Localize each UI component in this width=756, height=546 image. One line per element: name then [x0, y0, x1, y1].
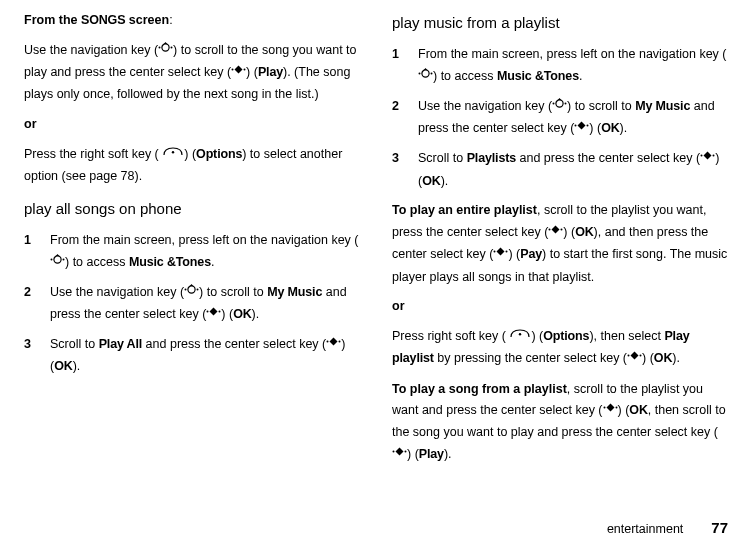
play-label: Play	[258, 65, 283, 79]
intro-text: From the SONGS screen	[24, 13, 169, 27]
ok-label: OK	[233, 307, 251, 321]
step-body: Scroll to Playlists and press the center…	[418, 148, 732, 192]
center-select-key-icon	[231, 61, 246, 83]
svg-point-22	[422, 70, 429, 77]
svg-point-7	[172, 151, 174, 153]
svg-point-47	[615, 407, 617, 409]
step-1: 1 From the main screen, press left on th…	[392, 44, 732, 88]
svg-point-46	[603, 407, 605, 409]
text: ).	[252, 307, 260, 321]
step-body: Scroll to Play All and press the center …	[50, 334, 364, 378]
text: ).	[73, 359, 81, 373]
text: ) (	[407, 448, 419, 462]
text: .	[211, 255, 214, 269]
section-heading-playlist: play music from a playlist	[392, 10, 732, 36]
intro-line: From the SONGS screen:	[24, 10, 364, 32]
svg-point-10	[63, 258, 65, 260]
center-select-key-icon	[206, 303, 221, 325]
ok-label: OK	[54, 359, 72, 373]
svg-point-37	[561, 229, 563, 231]
svg-point-43	[628, 355, 630, 357]
svg-point-50	[405, 451, 407, 453]
text: From the main screen, press left on the …	[50, 233, 358, 247]
svg-point-24	[431, 73, 433, 75]
step-number: 3	[24, 334, 38, 378]
nav-key-icon	[50, 251, 65, 273]
svg-point-44	[640, 355, 642, 357]
svg-marker-29	[558, 98, 561, 100]
text: ) to access	[433, 69, 497, 83]
svg-point-31	[587, 125, 589, 127]
step-3: 3 Scroll to Playlists and press the cent…	[392, 148, 732, 192]
para-use-nav: Use the navigation key () to scroll to t…	[24, 40, 364, 106]
or-separator: or	[24, 114, 364, 136]
page-number: 77	[711, 519, 728, 536]
section-heading-play-all: play all songs on phone	[24, 196, 364, 222]
svg-point-0	[162, 44, 169, 51]
svg-point-30	[575, 125, 577, 127]
nav-key-icon	[184, 281, 199, 303]
ok-label: OK	[601, 122, 619, 136]
text: .	[579, 69, 582, 83]
svg-point-19	[327, 341, 329, 343]
text: ).	[441, 174, 449, 188]
text: ) (	[508, 248, 520, 262]
step-number: 2	[392, 96, 406, 140]
soft-key-icon	[162, 143, 184, 165]
text: ) (	[221, 307, 233, 321]
svg-marker-3	[164, 42, 167, 44]
svg-marker-35	[704, 152, 712, 160]
page-footer: entertainment 77	[24, 515, 732, 536]
bold-lead: To play an entire playlist	[392, 203, 537, 217]
svg-point-49	[393, 451, 395, 453]
svg-point-1	[159, 46, 161, 48]
svg-point-39	[494, 251, 496, 253]
text: ) to access	[65, 255, 129, 269]
center-select-key-icon	[548, 221, 563, 243]
text: Press right soft key (	[392, 330, 509, 344]
para-right-softkey: Press right soft key ( ) (Options), then…	[392, 326, 732, 370]
two-columns: From the SONGS screen: Use the navigatio…	[24, 10, 732, 515]
svg-point-28	[565, 103, 567, 105]
step-number: 1	[24, 230, 38, 274]
footer-section-label: entertainment	[607, 522, 683, 536]
my-music-label: My Music	[267, 285, 322, 299]
text: and press the center select key (	[516, 152, 700, 166]
ok-label: OK	[654, 352, 672, 366]
step-body: From the main screen, press left on the …	[50, 230, 364, 274]
svg-marker-21	[330, 338, 338, 346]
step-body: Use the navigation key () to scroll to M…	[50, 282, 364, 326]
para-right-softkey: Press the right soft key ( ) (Options) t…	[24, 144, 364, 188]
svg-point-12	[188, 286, 195, 293]
text: ).	[672, 352, 680, 366]
step-2: 2 Use the navigation key () to scroll to…	[24, 282, 364, 326]
playlists-label: Playlists	[467, 152, 516, 166]
soft-key-icon	[509, 325, 531, 347]
svg-marker-15	[190, 284, 193, 286]
right-column: play music from a playlist 1 From the ma…	[392, 10, 732, 515]
ok-label: OK	[575, 226, 593, 240]
step-3: 3 Scroll to Play All and press the cente…	[24, 334, 364, 378]
svg-point-17	[219, 311, 221, 313]
left-column: From the SONGS screen: Use the navigatio…	[24, 10, 364, 515]
options-label: Options	[196, 147, 242, 161]
ok-label: OK	[629, 404, 647, 418]
text: ), then select	[589, 330, 664, 344]
svg-point-26	[556, 100, 563, 107]
step-number: 2	[24, 282, 38, 326]
svg-marker-11	[56, 254, 59, 256]
text: ) (	[642, 352, 654, 366]
or-separator: or	[392, 296, 732, 318]
play-all-label: Play All	[99, 338, 143, 352]
text: Press the right soft key (	[24, 147, 162, 161]
play-label: Play	[419, 448, 444, 462]
text: ).	[444, 448, 452, 462]
step-number: 3	[392, 148, 406, 192]
options-label: Options	[543, 330, 589, 344]
svg-point-36	[549, 229, 551, 231]
bold-lead: To play a song from a playlist	[392, 382, 567, 396]
text: and press the center select key (	[142, 338, 326, 352]
svg-point-5	[244, 68, 246, 70]
text: by pressing the center select key (	[434, 352, 627, 366]
para-song-from-playlist: To play a song from a playlist, scroll t…	[392, 379, 732, 467]
